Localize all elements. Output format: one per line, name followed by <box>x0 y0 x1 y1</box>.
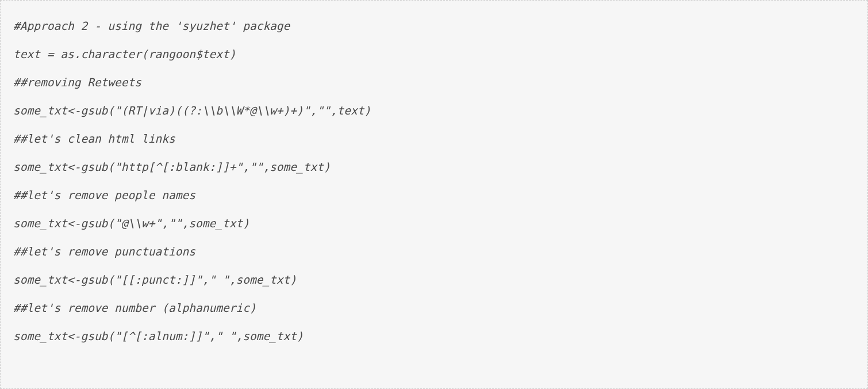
code-line: #Approach 2 - using the 'syuzhet' packag… <box>13 12 855 40</box>
code-line: some_txt<-gsub("http[^[:blank:]]+","",so… <box>13 153 855 181</box>
code-line: some_txt<-gsub("[[:punct:]]"," ",some_tx… <box>13 266 855 294</box>
code-line: ##let's clean html links <box>13 125 855 153</box>
code-block: #Approach 2 - using the 'syuzhet' packag… <box>0 0 868 389</box>
code-line: ##let's remove people names <box>13 181 855 209</box>
code-line: some_txt<-gsub("@\\w+","",some_txt) <box>13 209 855 238</box>
code-line: ##let's remove punctuations <box>13 238 855 266</box>
code-line: ##let's remove number (alphanumeric) <box>13 294 855 322</box>
code-line: ##removing Retweets <box>13 68 855 97</box>
code-line: some_txt<-gsub("[^[:alnum:]]"," ",some_t… <box>13 322 855 350</box>
code-line: text = as.character(rangoon$text) <box>13 40 855 68</box>
code-line: some_txt<-gsub("(RT|via)((?:\\b\\W*@\\w+… <box>13 97 855 125</box>
